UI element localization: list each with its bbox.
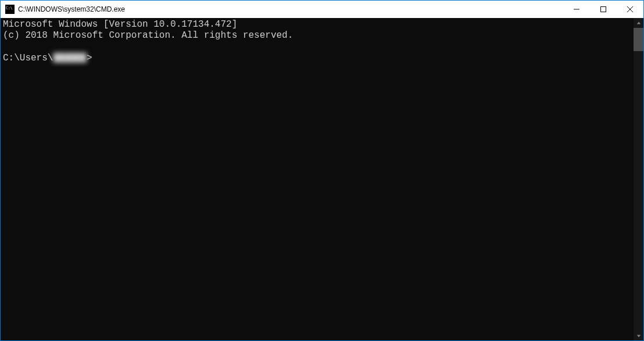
chevron-down-icon (636, 333, 641, 338)
terminal-output[interactable]: Microsoft Windows [Version 10.0.17134.47… (1, 18, 634, 340)
prompt-line: C:\Users\██████> (3, 53, 631, 64)
prompt-prefix: C:\Users\ (3, 53, 53, 64)
cmd-icon (5, 5, 15, 14)
scroll-down-button[interactable] (634, 331, 643, 340)
maximize-button[interactable] (590, 1, 617, 18)
minimize-button[interactable] (563, 1, 590, 18)
scroll-thumb[interactable] (634, 28, 643, 51)
version-line: Microsoft Windows [Version 10.0.17134.47… (3, 19, 237, 30)
scrollbar[interactable] (634, 18, 643, 340)
copyright-line: (c) 2018 Microsoft Corporation. All righ… (3, 30, 293, 41)
prompt-suffix: > (87, 53, 92, 64)
close-icon (627, 6, 633, 12)
scroll-up-button[interactable] (634, 18, 643, 28)
svg-rect-1 (601, 7, 606, 12)
maximize-icon (600, 6, 606, 12)
window-controls (563, 1, 643, 18)
window-title: C:\WINDOWS\system32\CMD.exe (18, 5, 563, 13)
cmd-window: C:\WINDOWS\system32\CMD.exe Microsoft Wi… (0, 0, 644, 341)
content-area: Microsoft Windows [Version 10.0.17134.47… (1, 18, 643, 340)
minimize-icon (574, 6, 579, 12)
chevron-up-icon (636, 21, 641, 26)
titlebar[interactable]: C:\WINDOWS\system32\CMD.exe (1, 1, 643, 18)
scroll-track[interactable] (634, 28, 643, 331)
prompt-username: ██████ (53, 53, 87, 64)
close-button[interactable] (617, 1, 643, 18)
